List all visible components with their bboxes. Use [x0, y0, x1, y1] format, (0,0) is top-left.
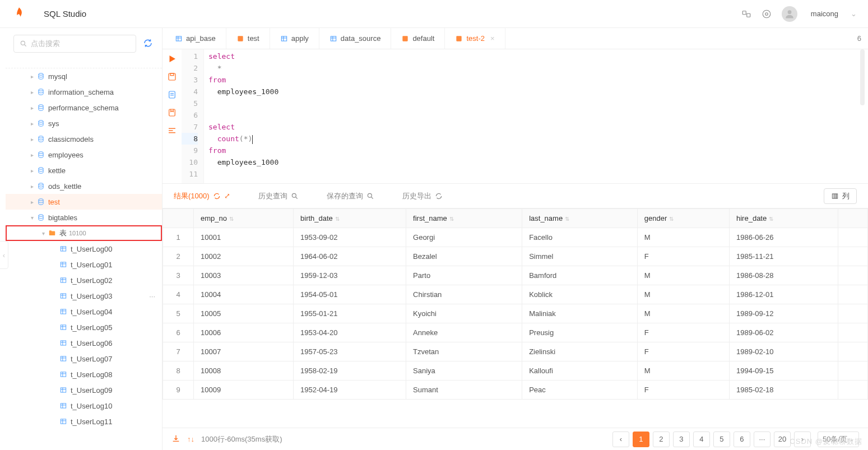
run-icon[interactable]: [167, 54, 177, 64]
editor-tab[interactable]: test-2 ×: [445, 28, 505, 49]
gear-icon[interactable]: [762, 9, 772, 19]
tree-node-table[interactable]: t_UserLog08: [6, 367, 162, 382]
code-line: [208, 168, 868, 180]
translate-icon[interactable]: [741, 9, 751, 19]
scrollbar-thumb[interactable]: [860, 49, 865, 105]
code-area[interactable]: 1234567891011 select *from employees_100…: [182, 49, 868, 183]
page-button[interactable]: 20: [774, 432, 791, 447]
column-header[interactable]: last_name⇅: [522, 209, 638, 228]
tree-node-table[interactable]: t_UserLog04: [6, 304, 162, 319]
tab-history[interactable]: 历史查询: [258, 191, 299, 201]
tree-node-db[interactable]: ▸ classicmodels: [6, 131, 162, 147]
tree-node-db[interactable]: ▾ bigtables: [6, 210, 162, 225]
column-header[interactable]: hire_date⇅: [730, 209, 838, 228]
tree-node-table[interactable]: t_UserLog10: [6, 398, 162, 414]
line-number: 8: [182, 133, 198, 145]
search-input[interactable]: 点击搜索: [13, 35, 136, 53]
more-icon[interactable]: ···: [149, 292, 155, 300]
tree-label: t_UserLog00: [71, 245, 112, 253]
code-line: [208, 98, 868, 109]
tree-label: t_UserLog09: [71, 386, 112, 395]
table-cell: 1955-01-21: [294, 304, 406, 323]
table-row[interactable]: 7100071957-05-23TzvetanZielinskiF1989-02…: [163, 342, 868, 361]
page-button[interactable]: 1: [633, 432, 649, 447]
tree-node-db[interactable]: ▸ test: [6, 194, 162, 210]
column-header[interactable]: gender⇅: [637, 209, 729, 228]
tree-node-db[interactable]: ▸ ods_kettle: [6, 178, 162, 194]
expand-icon[interactable]: ⤢: [224, 192, 230, 200]
chevron-icon: ▾: [28, 215, 36, 221]
chevron-icon: ▸: [28, 183, 36, 189]
tree-label: classicmodels: [48, 135, 94, 143]
svg-rect-0: [742, 11, 746, 14]
editor-tab[interactable]: data_source: [319, 28, 392, 49]
tree-node-db[interactable]: ▸ employees: [6, 147, 162, 163]
table-row[interactable]: 4100041954-05-01ChirstianKoblickM1986-12…: [163, 285, 868, 304]
pagesize-select[interactable]: 50条/页 ⌄: [818, 432, 859, 447]
sort-icon: ⇅: [669, 216, 674, 222]
tree-node-db[interactable]: ▸ mysql: [6, 68, 162, 84]
save-icon[interactable]: [167, 72, 177, 82]
svg-rect-70: [169, 109, 175, 116]
line-number: 3: [182, 74, 198, 86]
table-row[interactable]: 3100031959-12-03PartoBamfordM1986-08-28: [163, 266, 868, 285]
sort-icon[interactable]: ↑↓: [187, 435, 194, 443]
page-button[interactable]: 5: [713, 432, 730, 447]
column-header[interactable]: emp_no⇅: [194, 209, 294, 228]
tree-node-table[interactable]: t_UserLog02: [6, 272, 162, 288]
editor-tab[interactable]: api_base: [165, 28, 226, 49]
refresh-icon[interactable]: [143, 38, 153, 50]
table-row[interactable]: 5100051955-01-21KyoichiMaliniakM1989-09-…: [163, 304, 868, 323]
tab-export-label: 历史导出: [402, 191, 431, 201]
table-cell: 1985-02-18: [730, 381, 838, 400]
avatar[interactable]: [782, 6, 797, 22]
table-row[interactable]: 1100011953-09-02GeorgiFacelloM1986-06-26: [163, 228, 868, 247]
sidebar-collapse-handle[interactable]: ‹: [0, 241, 8, 269]
columns-button[interactable]: 列: [824, 188, 857, 204]
svg-point-9: [39, 105, 43, 107]
tree-node-table[interactable]: t_UserLog05: [6, 319, 162, 335]
tree-node-db[interactable]: ▸ kettle: [6, 163, 162, 178]
page-prev[interactable]: ‹: [612, 432, 629, 447]
table-row[interactable]: 8100081958-02-19SaniyaKalloufiM1994-09-1…: [163, 361, 868, 381]
tree-node-table[interactable]: t_UserLog03···: [6, 288, 162, 304]
page-button[interactable]: 3: [673, 432, 690, 447]
tree-node-db[interactable]: ▸ information_schema: [6, 84, 162, 100]
chevron-down-icon[interactable]: ⌄: [851, 10, 857, 18]
format-icon[interactable]: [167, 126, 177, 136]
tree-node-table[interactable]: t_UserLog07: [6, 351, 162, 367]
table-cell: 1986-08-28: [730, 266, 838, 285]
download-icon[interactable]: [171, 434, 180, 444]
table-icon: [280, 35, 288, 43]
table-row[interactable]: 2100021964-06-02BezalelSimmelF1985-11-21: [163, 247, 868, 266]
editor-tab[interactable]: default: [391, 28, 445, 49]
table-row[interactable]: 9100091952-04-19SumantPeacF1985-02-18: [163, 381, 868, 400]
table-row[interactable]: 6100061953-04-20AnnekePreusigF1989-06-02: [163, 323, 868, 342]
editor-tab[interactable]: test: [226, 28, 270, 49]
tree-node-db[interactable]: ▸ performance_schema: [6, 100, 162, 115]
page-button[interactable]: 4: [693, 432, 710, 447]
tree-node-tables-folder[interactable]: ▾ 表 10100: [6, 225, 162, 241]
history-icon[interactable]: [167, 90, 177, 100]
bookmark-icon[interactable]: [167, 108, 177, 118]
tree-node-db[interactable]: ▸ sys: [6, 115, 162, 131]
tree-node-table[interactable]: t_UserLog01: [6, 257, 162, 272]
tab-result[interactable]: 结果(1000) ⤢: [174, 191, 230, 201]
tree-node-table[interactable]: t_UserLog09: [6, 382, 162, 398]
database-icon: [36, 182, 46, 190]
tree-node-table[interactable]: t_UserLog00: [6, 241, 162, 257]
editor-tab[interactable]: apply: [270, 28, 319, 49]
page-next[interactable]: ›: [794, 432, 811, 447]
tree-node-table[interactable]: t_UserLog11: [6, 414, 162, 429]
tab-label: api_base: [186, 34, 216, 43]
tree-node-table[interactable]: t_UserLog06: [6, 335, 162, 351]
page-button[interactable]: 2: [653, 432, 670, 447]
close-icon[interactable]: ×: [490, 34, 495, 43]
tab-export[interactable]: 历史导出: [402, 191, 443, 201]
column-header[interactable]: first_name⇅: [406, 209, 522, 228]
page-button[interactable]: 6: [734, 432, 750, 447]
column-header[interactable]: birth_date⇅: [294, 209, 406, 228]
tab-saved[interactable]: 保存的查询: [327, 191, 374, 201]
username[interactable]: maicong: [811, 10, 838, 18]
page-button[interactable]: ···: [754, 432, 770, 447]
